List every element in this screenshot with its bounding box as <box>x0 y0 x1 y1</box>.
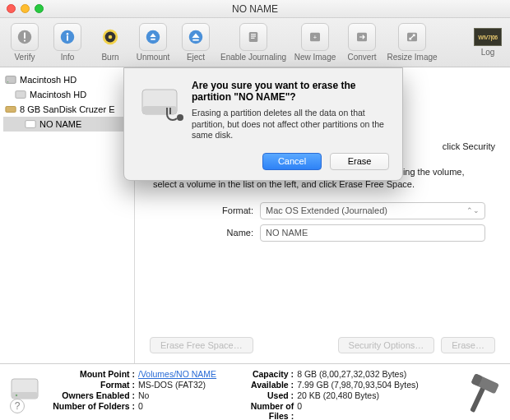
resize-image-button[interactable]: Resize Image <box>383 23 441 62</box>
dialog-body: Erasing a partition deletes all the data… <box>192 108 389 141</box>
truncated-text: click Security <box>443 141 495 151</box>
hammer-watermark <box>456 369 505 418</box>
format-select[interactable]: Mac OS Extended (Journaled) ⌃⌄ <box>260 202 485 219</box>
confirm-erase-button[interactable]: Erase <box>330 153 389 170</box>
cancel-button[interactable]: Cancel <box>262 153 322 170</box>
stethoscope-icon <box>162 104 185 127</box>
sidebar-disk-internal[interactable]: Macintosh HD <box>3 72 131 87</box>
hdd-icon <box>5 74 16 85</box>
convert-icon <box>348 23 376 51</box>
help-button[interactable]: ? <box>10 399 25 413</box>
erase-button: Erase… <box>441 337 495 353</box>
sidebar-disk-usb[interactable]: 8 GB SanDisk Cruzer E <box>3 102 131 117</box>
svg-rect-21 <box>6 76 16 84</box>
svg-point-2 <box>24 39 26 41</box>
name-input[interactable] <box>260 224 485 242</box>
svg-rect-1 <box>24 33 26 39</box>
svg-rect-27 <box>12 392 38 399</box>
verify-icon <box>11 23 39 51</box>
svg-point-8 <box>109 35 113 39</box>
usb-disk-icon <box>5 104 16 115</box>
confirm-erase-dialog: Are you sure you want to erase the parti… <box>123 67 403 181</box>
security-options-button: Security Options… <box>338 337 435 353</box>
convert-button[interactable]: Convert <box>341 23 383 62</box>
chevron-updown-icon: ⌃⌄ <box>466 205 480 215</box>
dialog-heading: Are you sure you want to erase the parti… <box>192 80 389 103</box>
svg-point-22 <box>7 81 8 82</box>
disk-utility-icon <box>137 80 182 124</box>
svg-point-28 <box>16 395 17 396</box>
eject-icon <box>182 23 210 51</box>
log-button[interactable]: W\V7|06 Log <box>474 28 502 57</box>
name-label: Name: <box>153 227 260 239</box>
sidebar-volume-macintosh-hd[interactable]: Macintosh HD <box>3 87 131 102</box>
sidebar: Macintosh HD Macintosh HD 8 GB SanDisk C… <box>0 67 135 363</box>
svg-point-34 <box>177 114 183 121</box>
journal-icon <box>239 23 267 51</box>
new-image-icon: + <box>301 23 329 51</box>
toolbar: Verify Info Burn Unmount Eject Enable Jo… <box>0 18 510 67</box>
erase-free-space-button: Erase Free Space… <box>150 337 253 353</box>
eject-button[interactable]: Eject <box>174 23 217 62</box>
mount-point-link[interactable]: /Volumes/NO NAME <box>138 369 216 379</box>
enable-journaling-button[interactable]: Enable Journaling <box>217 23 290 62</box>
sidebar-volume-no-name[interactable]: NO NAME <box>3 117 131 132</box>
new-image-button[interactable]: + New Image <box>290 23 341 62</box>
svg-rect-14 <box>251 34 256 35</box>
footer: Mount Point :/Volumes/NO NAME Format :MS… <box>0 363 510 418</box>
svg-rect-16 <box>251 38 255 39</box>
svg-rect-13 <box>249 32 258 42</box>
hdd-icon <box>15 89 26 100</box>
verify-button[interactable]: Verify <box>3 23 46 62</box>
format-label: Format: <box>153 205 260 217</box>
svg-text:+: + <box>313 34 318 41</box>
window-title: NO NAME <box>0 3 510 15</box>
log-icon: W\V7|06 <box>474 28 502 46</box>
svg-point-4 <box>67 33 69 35</box>
unmount-button[interactable]: Unmount <box>132 23 174 62</box>
info-icon <box>53 23 81 51</box>
svg-rect-24 <box>6 107 16 113</box>
resize-icon <box>398 23 426 51</box>
burn-icon <box>96 23 124 51</box>
svg-rect-23 <box>16 91 26 99</box>
volume-icon <box>25 118 36 130</box>
svg-rect-15 <box>251 36 256 37</box>
svg-rect-5 <box>67 35 68 40</box>
svg-rect-29 <box>470 385 486 413</box>
titlebar: NO NAME <box>0 0 510 18</box>
info-button[interactable]: Info <box>46 23 89 62</box>
burn-button[interactable]: Burn <box>89 23 132 62</box>
svg-rect-10 <box>151 39 155 40</box>
svg-rect-12 <box>192 39 198 41</box>
svg-rect-25 <box>26 121 35 128</box>
unmount-icon <box>139 23 167 51</box>
